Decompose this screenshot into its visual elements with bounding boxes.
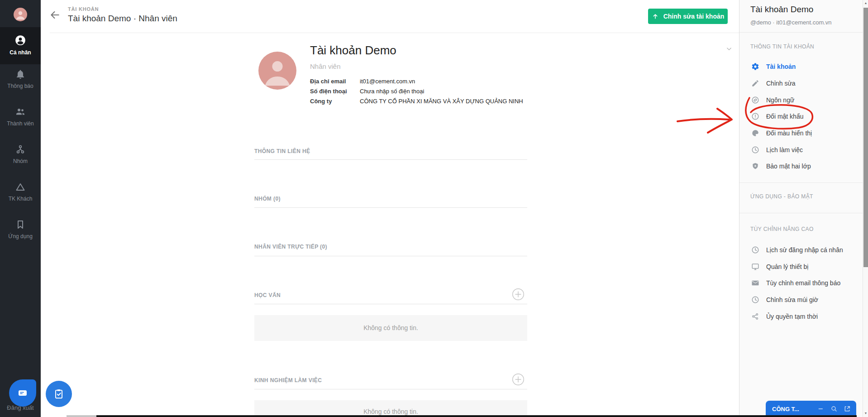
language-icon xyxy=(751,96,759,104)
panel-item-label: Ủy quyền tạm thời xyxy=(766,313,818,320)
left-sidebar: Cá nhân Thông báo Thành viên Nhóm xyxy=(0,0,41,417)
bottom-scroll-track[interactable] xyxy=(67,415,96,417)
divider xyxy=(739,32,863,33)
gear-icon xyxy=(751,62,759,71)
panel-item-language[interactable]: Ngôn ngữ xyxy=(739,91,863,108)
scroll-down-arrow[interactable]: ▼ xyxy=(863,412,868,415)
back-button[interactable] xyxy=(49,9,61,21)
divider xyxy=(254,256,527,256)
scrollbar-thumb[interactable] xyxy=(863,8,868,267)
person-silhouette-icon xyxy=(258,52,296,90)
panel-item-label: Chỉnh sửa múi giờ xyxy=(766,296,818,303)
panel-account-name: Tài khoản Demo xyxy=(750,5,813,14)
panel-item-login-history[interactable]: Lịch sử đăng nhập cá nhân xyxy=(739,241,863,258)
header-divider xyxy=(50,33,739,33)
sidebar-item-guest-accounts[interactable]: TK Khách xyxy=(0,182,41,202)
divider xyxy=(254,159,527,160)
annotation-arrow xyxy=(677,119,729,121)
sidebar-item-personal[interactable]: Cá nhân xyxy=(0,27,41,64)
monitor-icon xyxy=(751,263,759,271)
sidebar-item-notifications[interactable]: Thông báo xyxy=(0,69,41,89)
field-value: CÔNG TY CỔ PHẦN XI MĂNG VÀ XÂY DỰNG QUẢN… xyxy=(360,98,523,105)
scroll-up-arrow[interactable]: ▲ xyxy=(863,1,868,5)
palette-icon xyxy=(751,129,759,137)
chat-dock[interactable]: CÔNG T... xyxy=(766,401,856,417)
expand-icon[interactable] xyxy=(844,405,851,412)
panel-item-temporary-delegation[interactable]: Ủy quyền tạm thời xyxy=(739,308,863,325)
red-annotation-overlay xyxy=(0,0,868,417)
panel-item-label: Bảo mật hai lớp xyxy=(766,163,811,170)
profile-role: Nhân viên xyxy=(310,62,341,70)
history-icon xyxy=(751,246,759,254)
add-education-button[interactable] xyxy=(512,288,525,301)
pencil-icon xyxy=(751,79,759,87)
panel-section-app-security: ỨNG DỤNG - BẢO MẬT xyxy=(750,193,813,200)
panel-item-display-color[interactable]: Đổi màu hiển thị xyxy=(739,125,863,141)
education-empty-state: Không có thông tin. xyxy=(254,315,527,341)
divider xyxy=(254,389,527,389)
org-icon xyxy=(15,144,26,155)
minimize-icon[interactable] xyxy=(817,405,825,412)
arrow-left-icon xyxy=(49,9,61,21)
panel-item-two-factor[interactable]: Bảo mật hai lớp xyxy=(739,158,863,174)
right-panel: Tài khoản Demo @demo · it01@cement.com.v… xyxy=(739,0,868,417)
panel-item-timezone[interactable]: Chỉnh sửa múi giờ xyxy=(739,291,863,308)
page-title: Tài khoản Demo · Nhân viên xyxy=(68,14,177,24)
panel-section-account-info: THÔNG TIN TÀI KHOẢN xyxy=(750,43,814,50)
sidebar-item-label: TK Khách xyxy=(0,196,41,202)
panel-item-device-management[interactable]: Quản lý thiết bị xyxy=(739,258,863,275)
chevron-down-icon xyxy=(725,45,733,53)
profile-field-row: Công ty CÔNG TY CỔ PHẦN XI MĂNG VÀ XÂY D… xyxy=(310,96,523,106)
account-page: Cá nhân Thông báo Thành viên Nhóm xyxy=(0,0,868,417)
collapse-profile-button[interactable] xyxy=(725,45,733,53)
section-title-experience: KINH NGHIỆM LÀM VIỆC xyxy=(254,377,322,383)
user-avatar[interactable] xyxy=(14,8,27,21)
field-value: it01@cement.com.vn xyxy=(360,78,415,85)
clipboard-check-icon xyxy=(53,388,65,400)
panel-item-email-notifications[interactable]: Tùy chỉnh email thông báo xyxy=(739,274,863,291)
triangle-icon xyxy=(15,182,26,192)
field-label: Địa chỉ email xyxy=(310,78,360,85)
annotation-arrowhead xyxy=(708,109,732,133)
tasks-button[interactable] xyxy=(46,381,72,407)
panel-item-account[interactable]: Tài khoản xyxy=(739,58,863,75)
profile-field-row: Địa chỉ email it01@cement.com.vn xyxy=(310,76,523,86)
bookmark-icon xyxy=(15,219,26,230)
divider xyxy=(739,182,863,183)
sidebar-item-members[interactable]: Thành viên xyxy=(0,106,41,127)
sidebar-item-label: Nhóm xyxy=(0,158,41,164)
scrollbar[interactable]: ▲ ▼ xyxy=(863,0,868,417)
panel-item-edit[interactable]: Chỉnh sửa xyxy=(739,75,863,91)
panel-item-label: Ngôn ngữ xyxy=(766,96,794,104)
edit-account-button[interactable]: Chỉnh sửa tài khoản xyxy=(648,9,728,24)
add-experience-button[interactable] xyxy=(512,373,525,386)
clock-icon xyxy=(751,296,759,304)
divider xyxy=(739,213,863,213)
share-icon xyxy=(751,312,759,321)
message-icon xyxy=(16,388,29,398)
panel-item-label: Lịch sử đăng nhập cá nhân xyxy=(766,246,843,254)
alert-circle-icon xyxy=(751,112,759,120)
panel-item-work-schedule[interactable]: Lịch làm việc xyxy=(739,141,863,158)
sidebar-item-groups[interactable]: Nhóm xyxy=(0,144,41,164)
panel-item-change-password[interactable]: Đổi mật khẩu xyxy=(739,108,863,125)
edit-account-label: Chỉnh sửa tài khoản xyxy=(663,13,725,20)
shield-icon xyxy=(751,162,759,170)
sidebar-item-apps[interactable]: Ứng dụng xyxy=(0,219,41,240)
panel-item-label: Quản lý thiết bị xyxy=(766,263,808,270)
chat-dock-controls xyxy=(817,405,851,412)
divider xyxy=(254,304,527,304)
chat-launcher-button[interactable] xyxy=(9,379,36,407)
search-icon[interactable] xyxy=(830,405,838,412)
section-title-education: HỌC VẤN xyxy=(254,292,281,298)
plus-circle-icon xyxy=(512,373,525,386)
sidebar-item-label: Thông báo xyxy=(0,83,41,89)
people-icon xyxy=(14,106,26,117)
sidebar-item-label: Ứng dụng xyxy=(0,233,41,240)
field-label: Số điện thoại xyxy=(310,88,360,95)
panel-item-label: Đổi mật khẩu xyxy=(766,113,803,120)
profile-avatar[interactable] xyxy=(258,52,296,90)
panel-item-label: Đổi màu hiển thị xyxy=(766,129,812,137)
profile-fields: Địa chỉ email it01@cement.com.vn Số điện… xyxy=(310,76,523,106)
field-label: Công ty xyxy=(310,98,360,105)
